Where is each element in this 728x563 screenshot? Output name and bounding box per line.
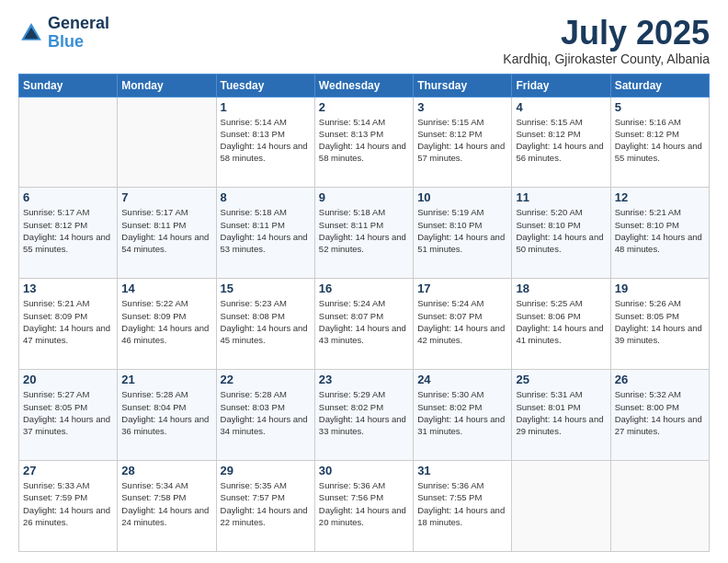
day-number: 12	[615, 190, 705, 204]
day-number: 18	[516, 282, 606, 295]
calendar-cell: 22Sunrise: 5:28 AM Sunset: 8:03 PM Dayli…	[216, 370, 314, 461]
day-number: 3	[417, 100, 507, 114]
calendar-cell: 14Sunrise: 5:22 AM Sunset: 8:09 PM Dayli…	[118, 279, 216, 370]
calendar-week-row: 20Sunrise: 5:27 AM Sunset: 8:05 PM Dayli…	[19, 370, 710, 461]
calendar-week-row: 6Sunrise: 5:17 AM Sunset: 8:12 PM Daylig…	[19, 188, 710, 279]
weekday-header: Thursday	[414, 74, 512, 97]
day-info: Sunrise: 5:19 AM Sunset: 8:10 PM Dayligh…	[417, 206, 507, 255]
day-number: 23	[319, 373, 409, 386]
day-info: Sunrise: 5:30 AM Sunset: 8:02 PM Dayligh…	[417, 388, 507, 437]
day-number: 10	[417, 190, 507, 204]
day-info: Sunrise: 5:26 AM Sunset: 8:05 PM Dayligh…	[615, 297, 705, 346]
logo-line1: General	[48, 15, 109, 33]
day-number: 14	[121, 282, 211, 295]
logo: General Blue	[18, 15, 109, 52]
calendar-cell: 3Sunrise: 5:15 AM Sunset: 8:12 PM Daylig…	[414, 97, 512, 188]
day-info: Sunrise: 5:18 AM Sunset: 8:11 PM Dayligh…	[221, 206, 311, 255]
day-info: Sunrise: 5:34 AM Sunset: 7:58 PM Dayligh…	[121, 479, 211, 528]
day-number: 26	[615, 373, 705, 386]
weekday-header: Monday	[118, 74, 216, 97]
day-number: 15	[221, 282, 311, 295]
day-info: Sunrise: 5:23 AM Sunset: 8:08 PM Dayligh…	[221, 297, 311, 346]
header: General Blue July 2025 Kardhiq, Gjirokas…	[18, 15, 710, 66]
calendar-cell: 23Sunrise: 5:29 AM Sunset: 8:02 PM Dayli…	[314, 370, 413, 461]
day-info: Sunrise: 5:31 AM Sunset: 8:01 PM Dayligh…	[516, 388, 606, 437]
month-title: July 2025	[503, 15, 710, 52]
day-number: 6	[23, 190, 113, 204]
calendar-cell: 1Sunrise: 5:14 AM Sunset: 8:13 PM Daylig…	[216, 97, 314, 188]
logo-icon	[18, 20, 44, 46]
calendar-cell: 19Sunrise: 5:26 AM Sunset: 8:05 PM Dayli…	[610, 279, 709, 370]
day-info: Sunrise: 5:28 AM Sunset: 8:04 PM Dayligh…	[121, 388, 211, 437]
day-info: Sunrise: 5:29 AM Sunset: 8:02 PM Dayligh…	[319, 388, 409, 437]
day-info: Sunrise: 5:32 AM Sunset: 8:00 PM Dayligh…	[615, 388, 705, 437]
day-number: 20	[23, 373, 113, 386]
calendar-cell: 12Sunrise: 5:21 AM Sunset: 8:10 PM Dayli…	[610, 188, 709, 279]
calendar-header-row: SundayMondayTuesdayWednesdayThursdayFrid…	[19, 74, 710, 97]
calendar-cell: 9Sunrise: 5:18 AM Sunset: 8:11 PM Daylig…	[314, 188, 413, 279]
calendar-cell	[512, 461, 610, 552]
day-number: 5	[615, 100, 705, 114]
day-number: 28	[121, 464, 211, 477]
day-number: 4	[516, 100, 606, 114]
day-info: Sunrise: 5:21 AM Sunset: 8:10 PM Dayligh…	[615, 206, 705, 255]
calendar-cell: 18Sunrise: 5:25 AM Sunset: 8:06 PM Dayli…	[512, 279, 610, 370]
day-number: 24	[417, 373, 507, 386]
logo-text: General Blue	[48, 15, 109, 52]
day-info: Sunrise: 5:21 AM Sunset: 8:09 PM Dayligh…	[23, 297, 113, 346]
weekday-header: Friday	[512, 74, 610, 97]
weekday-header: Sunday	[19, 74, 118, 97]
calendar-cell: 4Sunrise: 5:15 AM Sunset: 8:12 PM Daylig…	[512, 97, 610, 188]
calendar-cell: 27Sunrise: 5:33 AM Sunset: 7:59 PM Dayli…	[19, 461, 118, 552]
day-info: Sunrise: 5:33 AM Sunset: 7:59 PM Dayligh…	[23, 479, 113, 528]
calendar-cell	[118, 97, 216, 188]
day-info: Sunrise: 5:36 AM Sunset: 7:55 PM Dayligh…	[417, 479, 507, 528]
day-number: 9	[319, 190, 409, 204]
day-number: 31	[417, 464, 507, 477]
calendar-cell: 29Sunrise: 5:35 AM Sunset: 7:57 PM Dayli…	[216, 461, 314, 552]
day-info: Sunrise: 5:24 AM Sunset: 8:07 PM Dayligh…	[417, 297, 507, 346]
day-number: 8	[221, 190, 311, 204]
day-info: Sunrise: 5:18 AM Sunset: 8:11 PM Dayligh…	[319, 206, 409, 255]
day-info: Sunrise: 5:27 AM Sunset: 8:05 PM Dayligh…	[23, 388, 113, 437]
page: General Blue July 2025 Kardhiq, Gjirokas…	[0, 0, 728, 563]
calendar-cell: 31Sunrise: 5:36 AM Sunset: 7:55 PM Dayli…	[414, 461, 512, 552]
day-info: Sunrise: 5:36 AM Sunset: 7:56 PM Dayligh…	[319, 479, 409, 528]
calendar-cell: 15Sunrise: 5:23 AM Sunset: 8:08 PM Dayli…	[216, 279, 314, 370]
day-number: 21	[121, 373, 211, 386]
calendar-cell: 13Sunrise: 5:21 AM Sunset: 8:09 PM Dayli…	[19, 279, 118, 370]
calendar-cell: 6Sunrise: 5:17 AM Sunset: 8:12 PM Daylig…	[19, 188, 118, 279]
day-number: 22	[221, 373, 311, 386]
day-number: 13	[23, 282, 113, 295]
day-info: Sunrise: 5:16 AM Sunset: 8:12 PM Dayligh…	[615, 116, 705, 165]
day-number: 1	[221, 100, 311, 114]
calendar-cell: 26Sunrise: 5:32 AM Sunset: 8:00 PM Dayli…	[610, 370, 709, 461]
calendar-cell: 28Sunrise: 5:34 AM Sunset: 7:58 PM Dayli…	[118, 461, 216, 552]
weekday-header: Tuesday	[216, 74, 314, 97]
calendar-cell: 20Sunrise: 5:27 AM Sunset: 8:05 PM Dayli…	[19, 370, 118, 461]
day-number: 30	[319, 464, 409, 477]
day-info: Sunrise: 5:35 AM Sunset: 7:57 PM Dayligh…	[221, 479, 311, 528]
calendar-cell	[19, 97, 118, 188]
day-info: Sunrise: 5:14 AM Sunset: 8:13 PM Dayligh…	[221, 116, 311, 165]
day-info: Sunrise: 5:17 AM Sunset: 8:11 PM Dayligh…	[121, 206, 211, 255]
calendar-cell: 24Sunrise: 5:30 AM Sunset: 8:02 PM Dayli…	[414, 370, 512, 461]
day-info: Sunrise: 5:20 AM Sunset: 8:10 PM Dayligh…	[516, 206, 606, 255]
calendar-cell: 21Sunrise: 5:28 AM Sunset: 8:04 PM Dayli…	[118, 370, 216, 461]
calendar-cell: 7Sunrise: 5:17 AM Sunset: 8:11 PM Daylig…	[118, 188, 216, 279]
day-info: Sunrise: 5:15 AM Sunset: 8:12 PM Dayligh…	[516, 116, 606, 165]
calendar-cell: 25Sunrise: 5:31 AM Sunset: 8:01 PM Dayli…	[512, 370, 610, 461]
calendar-cell: 10Sunrise: 5:19 AM Sunset: 8:10 PM Dayli…	[414, 188, 512, 279]
calendar-cell	[610, 461, 709, 552]
calendar-week-row: 27Sunrise: 5:33 AM Sunset: 7:59 PM Dayli…	[19, 461, 710, 552]
calendar-cell: 5Sunrise: 5:16 AM Sunset: 8:12 PM Daylig…	[610, 97, 709, 188]
calendar-cell: 8Sunrise: 5:18 AM Sunset: 8:11 PM Daylig…	[216, 188, 314, 279]
location-title: Kardhiq, Gjirokaster County, Albania	[503, 52, 710, 66]
day-info: Sunrise: 5:15 AM Sunset: 8:12 PM Dayligh…	[417, 116, 507, 165]
calendar-week-row: 13Sunrise: 5:21 AM Sunset: 8:09 PM Dayli…	[19, 279, 710, 370]
calendar-cell: 16Sunrise: 5:24 AM Sunset: 8:07 PM Dayli…	[314, 279, 413, 370]
day-info: Sunrise: 5:28 AM Sunset: 8:03 PM Dayligh…	[221, 388, 311, 437]
day-info: Sunrise: 5:17 AM Sunset: 8:12 PM Dayligh…	[23, 206, 113, 255]
day-info: Sunrise: 5:25 AM Sunset: 8:06 PM Dayligh…	[516, 297, 606, 346]
day-number: 11	[516, 190, 606, 204]
